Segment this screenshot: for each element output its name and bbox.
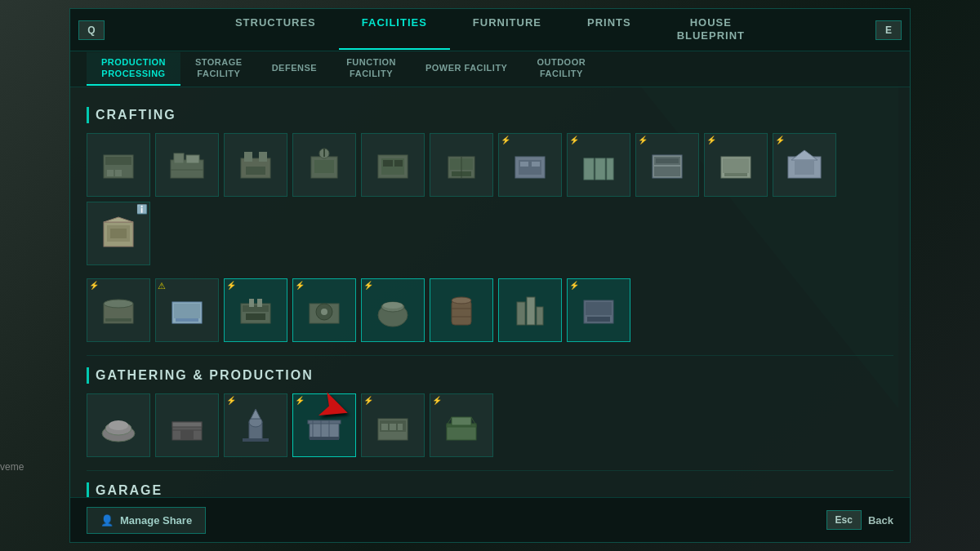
svg-rect-2 [107,170,114,176]
item-c13[interactable]: ⚡ [87,278,150,342]
item-g3[interactable]: ⚡ [224,393,287,457]
item-c15[interactable]: ⚡ [224,278,287,342]
tab-facilities[interactable]: FACILITIES [339,10,450,50]
gathering-divider [87,470,893,471]
svg-rect-71 [587,317,610,322]
svg-rect-88 [310,437,339,440]
svg-rect-27 [532,162,540,167]
svg-point-61 [383,302,403,309]
q-key-button[interactable]: Q [78,20,105,40]
svg-rect-76 [172,422,202,427]
item-c18[interactable] [430,278,493,342]
svg-rect-49 [174,304,200,318]
esc-key-chip[interactable]: Esc [826,510,862,530]
tab-prints[interactable]: PRINTS [564,10,654,50]
item-g1-icon [95,404,142,447]
subtab-power[interactable]: POWER FACILITY [411,58,523,80]
svg-rect-55 [257,299,262,307]
manage-share-label: Manage Share [120,514,192,527]
svg-rect-19 [394,160,403,167]
svg-rect-93 [398,424,403,430]
item-c6[interactable] [430,133,493,197]
item-c7[interactable]: ⚡ [498,133,562,197]
item-c7-icon [506,144,554,186]
item-c2-icon [163,144,211,186]
svg-rect-33 [654,167,680,176]
svg-rect-40 [795,160,814,175]
subtab-outdoor[interactable]: OUTDOORFACILITY [522,52,600,85]
item-g5-icon [369,404,416,447]
svg-rect-30 [607,158,613,180]
svg-rect-66 [517,302,525,325]
item-c5-icon [369,144,416,186]
manage-share-button[interactable]: 👤 Manage Share [87,507,206,534]
item-c19-icon [506,289,554,331]
item-c14[interactable]: ⚠ [155,278,219,342]
item-c5[interactable] [361,133,425,197]
svg-rect-1 [105,157,131,165]
svg-rect-28 [584,158,594,180]
item-c16-icon [301,289,348,331]
bottom-bar: 👤 Manage Share Esc Back [70,497,910,542]
gathering-section-header: GATHERING & PRODUCTION [87,367,893,384]
gathering-section-bar [87,367,89,384]
svg-rect-70 [586,302,612,315]
item-c15-icon [232,289,279,331]
item-c1[interactable] [87,133,150,197]
svg-rect-91 [381,424,388,430]
svg-rect-10 [259,152,267,162]
tab-structures[interactable]: STRUCTURES [212,10,339,50]
back-button-group: Esc Back [826,510,893,530]
crafting-section-bar [87,107,89,123]
tab-blueprint[interactable]: HOUSEBLUEPRINT [654,10,768,50]
tab-furniture[interactable]: FURNITURE [450,10,564,50]
svg-rect-67 [527,297,535,325]
crafting-row-2: ⚡ ⚠ [87,278,893,342]
subtab-storage[interactable]: STORAGEFACILITY [180,52,257,85]
item-c16[interactable]: ⚡ [292,278,356,342]
item-c10[interactable]: ⚡ [704,133,768,197]
item-g1[interactable] [87,393,150,457]
gathering-row-1: ⚡ ⚡ [87,393,893,457]
subtab-defense[interactable]: DEFENSE [257,58,332,80]
item-c20[interactable]: ⚡ [567,278,630,342]
item-c3[interactable] [224,133,287,197]
item-c11[interactable]: ⚡ [773,133,836,197]
svg-rect-37 [724,173,747,176]
item-c20-icon [575,289,622,331]
item-c1-icon [95,144,142,186]
item-c17[interactable]: ⚡ [361,278,425,342]
svg-rect-44 [110,229,127,238]
svg-rect-82 [243,438,269,442]
subtab-production[interactable]: PRODUCTIONPROCESSING [87,52,180,85]
item-g2[interactable] [155,393,219,457]
back-label: Back [868,514,893,527]
item-g3-icon [232,404,279,447]
item-c17-icon [369,289,416,331]
item-c9-icon [644,144,691,186]
crafting-section-title: CRAFTING [96,108,176,122]
crafting-row-1: ⚡ ⚡ [87,133,893,265]
svg-point-46 [104,300,133,308]
item-c8[interactable]: ⚡ [567,133,630,197]
item-c12[interactable]: ℹ️ [87,202,150,265]
item-c4[interactable] [292,133,356,197]
item-g5[interactable]: ⚡ [361,393,425,457]
sub-nav: PRODUCTIONPROCESSING STORAGEFACILITY DEF… [70,51,910,87]
svg-marker-42 [104,217,133,222]
item-g6[interactable]: ⚡ [430,393,493,457]
svg-point-58 [321,309,327,315]
item-c19[interactable] [498,278,562,342]
item-c9[interactable]: ⚡ [635,133,699,197]
main-panel: Q STRUCTURES FACILITIES FURNITURE PRINTS… [69,8,911,543]
item-c11-icon [781,144,828,186]
svg-rect-3 [115,170,122,176]
svg-rect-50 [176,318,198,322]
e-key-button[interactable]: E [875,20,902,40]
garage-section-bar [87,482,89,497]
item-c3-icon [232,144,279,186]
item-c2[interactable] [155,133,219,197]
svg-point-63 [452,297,471,304]
garage-section: GARAGE [87,482,893,497]
subtab-function[interactable]: FUNCTIONFACILITY [332,52,411,85]
